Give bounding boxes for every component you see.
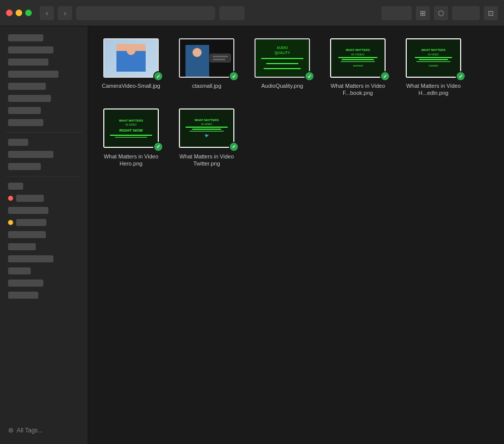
checkmark-badge-7: ✓	[229, 142, 239, 152]
sidebar-label-3	[8, 59, 48, 66]
file-grid: ✓ CameraVideo-Small.jpg	[98, 36, 494, 167]
sidebar-label-6	[8, 95, 51, 102]
thumb-audio-visual: AUDIO QUALITY	[256, 39, 309, 77]
sidebar-item-12[interactable]	[2, 181, 86, 192]
file-thumb-6: WHAT MATTERS IN VIDEO RIGHT NOW	[103, 108, 159, 148]
sidebar-item-11[interactable]	[2, 161, 86, 172]
address-bar[interactable]	[76, 6, 215, 20]
toolbar-btn-1[interactable]	[219, 6, 244, 20]
sidebar-divider-1	[6, 132, 82, 133]
sidebar-label-11	[8, 163, 41, 170]
file-thumb-wrapper-6: WHAT MATTERS IN VIDEO RIGHT NOW ✓	[101, 107, 161, 150]
file-item-1[interactable]: ✓ CameraVideo-Small.jpg	[98, 36, 164, 97]
file-name-3: AudioQuality.png	[262, 82, 303, 89]
checkmark-badge-1: ✓	[153, 71, 163, 81]
all-tags-label: All Tags...	[17, 427, 43, 434]
yellow-dot-icon	[8, 220, 13, 225]
file-thumb-wrapper-3: AUDIO QUALITY ✓	[252, 36, 312, 79]
file-thumb-4: WHAT MATTERS IN VIDEO ★★★★★	[330, 38, 386, 78]
sidebar-label-16	[8, 255, 53, 262]
sidebar-item-19[interactable]	[2, 290, 86, 301]
sidebar-item-17[interactable]	[2, 265, 86, 276]
all-tags-item[interactable]: ⊛ All Tags...	[2, 424, 86, 436]
file-item-4[interactable]: WHAT MATTERS IN VIDEO ★★★★★ ✓ What Matte…	[325, 36, 391, 97]
main-layout: ⊛ All Tags...	[0, 26, 504, 444]
file-item-5[interactable]: WHAT MATTERS IN VIDEO LinkedIn ✓ What Ma…	[401, 36, 466, 97]
sidebar-label-7	[8, 107, 41, 114]
forward-button[interactable]: ›	[58, 6, 72, 20]
sidebar-label-18	[8, 280, 43, 287]
sidebar-item-18[interactable]	[2, 278, 86, 289]
sidebar-label-15	[8, 243, 36, 250]
red-dot-icon	[8, 196, 13, 201]
file-name-4: What Matters in Video F...book.png	[328, 82, 388, 97]
sidebar-label-1	[8, 34, 43, 41]
checkmark-badge-2: ✓	[229, 71, 239, 81]
file-thumb-7: WHAT MATTERS IN VIDEO 🐦	[179, 108, 234, 148]
minimize-button[interactable]	[16, 10, 22, 16]
file-name-5: What Matters in Video H...edln.png	[403, 82, 464, 97]
sidebar-label-13	[8, 207, 48, 214]
thumb-camera-visual	[104, 39, 158, 77]
file-thumb-wrapper-2: ✓	[176, 36, 237, 79]
sidebar-item-3[interactable]	[2, 57, 86, 68]
toolbar-icon-tag[interactable]: ⬡	[434, 6, 448, 20]
checkmark-badge-3: ✓	[304, 71, 314, 81]
toolbar-icon-1[interactable]: ⊞	[416, 6, 430, 20]
thumb-cta-visual	[180, 39, 233, 77]
sidebar-item-6[interactable]	[2, 93, 86, 104]
back-button[interactable]: ‹	[40, 6, 54, 20]
sidebar-item-2[interactable]	[2, 44, 86, 56]
file-name-6: What Matters in Video Hero.png	[101, 153, 161, 168]
sidebar: ⊛ All Tags...	[0, 26, 88, 444]
sidebar-item-15[interactable]	[2, 241, 86, 252]
file-thumb-wrapper-7: WHAT MATTERS IN VIDEO 🐦 ✓	[176, 107, 237, 150]
tags-icon: ⊛	[8, 426, 14, 434]
sidebar-label-17	[8, 267, 31, 274]
sidebar-item-5[interactable]	[2, 81, 86, 92]
file-thumb-wrapper-5: WHAT MATTERS IN VIDEO LinkedIn ✓	[403, 36, 464, 79]
maximize-button[interactable]	[25, 10, 32, 16]
sidebar-item-red[interactable]	[2, 193, 86, 204]
sidebar-label-10	[8, 151, 53, 158]
sidebar-item-7[interactable]	[2, 105, 86, 116]
sidebar-item-4[interactable]	[2, 69, 86, 80]
file-thumb-5: WHAT MATTERS IN VIDEO LinkedIn	[406, 38, 461, 78]
sidebar-item-yellow[interactable]	[2, 217, 86, 228]
sidebar-label-9	[8, 139, 28, 146]
traffic-lights	[6, 10, 32, 16]
toolbar-icon-2[interactable]: ⊡	[484, 6, 498, 20]
sidebar-item-14[interactable]	[2, 229, 86, 240]
file-area: ✓ CameraVideo-Small.jpg	[88, 26, 504, 444]
sidebar-label-2	[8, 46, 53, 53]
file-item-3[interactable]: AUDIO QUALITY ✓ AudioQuality.png	[249, 36, 315, 97]
toolbar-btn-3[interactable]	[452, 6, 480, 20]
sidebar-label-red	[16, 195, 44, 202]
file-name-2: ctasmall.jpg	[192, 82, 221, 89]
sidebar-divider-2	[6, 176, 82, 177]
checkmark-badge-4: ✓	[380, 71, 390, 81]
close-button[interactable]	[6, 10, 13, 16]
sidebar-label-19	[8, 292, 38, 299]
sidebar-item-1[interactable]	[2, 32, 86, 43]
file-thumb-2	[179, 38, 234, 78]
sidebar-item-8[interactable]	[2, 117, 86, 128]
file-name-7: What Matters in Video Twitter.png	[176, 153, 237, 168]
sidebar-label-14	[8, 231, 46, 238]
sidebar-item-10[interactable]	[2, 149, 86, 160]
sidebar-item-16[interactable]	[2, 253, 86, 264]
sidebar-label-8	[8, 119, 43, 126]
checkmark-badge-6: ✓	[153, 142, 163, 152]
sidebar-label-4	[8, 71, 58, 78]
file-item-2[interactable]: ✓ ctasmall.jpg	[174, 36, 239, 97]
file-thumb-3: AUDIO QUALITY	[255, 38, 310, 78]
checkmark-badge-5: ✓	[456, 71, 466, 81]
sidebar-item-13[interactable]	[2, 205, 86, 216]
toolbar-btn-2[interactable]	[382, 6, 412, 20]
file-item-6[interactable]: WHAT MATTERS IN VIDEO RIGHT NOW ✓ What M…	[98, 107, 164, 168]
sidebar-label-5	[8, 83, 46, 90]
sidebar-item-9[interactable]	[2, 137, 86, 148]
sidebar-label-yellow	[16, 219, 46, 226]
file-item-7[interactable]: WHAT MATTERS IN VIDEO 🐦 ✓ What Matters i…	[174, 107, 239, 168]
file-thumb-1	[103, 38, 159, 78]
